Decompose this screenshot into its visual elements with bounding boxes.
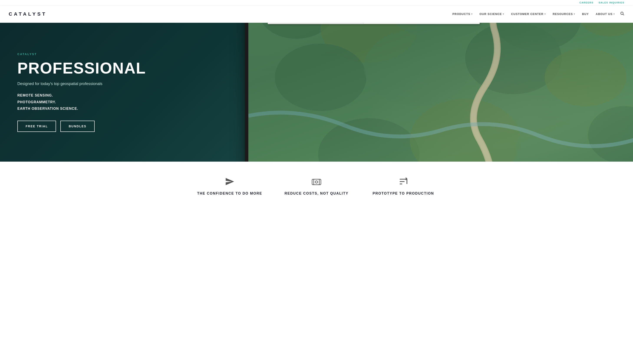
search-icon[interactable] bbox=[620, 11, 624, 17]
aerial-road-svg bbox=[248, 23, 633, 162]
nav-item-resources[interactable]: RESOURCES ▾ bbox=[553, 12, 575, 16]
hero-brand-label: CATALYST bbox=[17, 52, 146, 56]
bundles-button[interactable]: BUNDLES bbox=[60, 120, 95, 132]
feature-line-2: PHOTOGRAMMETRY. bbox=[17, 99, 146, 106]
hero-buttons: FREE TRIAL BUNDLES bbox=[17, 120, 146, 132]
hero-title: PROFESSIONAL bbox=[17, 60, 146, 76]
careers-link[interactable]: CAREERS bbox=[579, 1, 593, 4]
nav-item-about-us[interactable]: ABOUT US ▾ bbox=[596, 12, 615, 16]
chevron-down-icon: ▾ bbox=[471, 13, 473, 15]
feature-line-3: EARTH OBSERVATION SCIENCE. bbox=[17, 106, 146, 112]
svg-line-1 bbox=[623, 14, 624, 16]
nav-item-customer-center[interactable]: CUSTOMER CENTER ▾ bbox=[511, 12, 545, 16]
left-panel: Toolbox Segmentation Source Channels ...… bbox=[268, 23, 363, 24]
hero-subtitle: Designed for today's top geospatial prof… bbox=[17, 82, 146, 86]
nav-links: PRODUCTS ▾ OUR SCIENCE ▾ CUSTOMER CENTER… bbox=[452, 12, 615, 16]
feature-confidence: THE CONFIDENCE TO DO MORE bbox=[186, 177, 273, 196]
laptop-frame: ENVI Classification.gsh - Document1.Map … bbox=[245, 23, 633, 162]
hero-features: REMOTE SENSING. PHOTOGRAMMETRY. EARTH OB… bbox=[17, 92, 146, 112]
panel-section-toolbox: Toolbox Segmentation Source Channels ...… bbox=[268, 23, 363, 24]
svg-point-18 bbox=[315, 181, 318, 183]
feature-line-1: REMOTE SENSING. bbox=[17, 92, 146, 99]
logo[interactable]: CATALYST bbox=[9, 11, 47, 17]
screen-content: ENVI Classification.gsh - Document1.Map … bbox=[248, 23, 633, 162]
chevron-down-icon: ▾ bbox=[503, 13, 504, 15]
laptop-screen: ENVI Classification.gsh - Document1.Map … bbox=[248, 23, 633, 162]
utility-bar: CAREERS SALES INQUIRIES bbox=[0, 0, 633, 6]
hero-content: CATALYST PROFESSIONAL Designed for today… bbox=[0, 40, 163, 145]
svg-point-11 bbox=[545, 48, 626, 106]
sort-icon bbox=[369, 177, 438, 186]
sales-inquiries-link[interactable]: SALES INQUIRIES bbox=[599, 1, 624, 4]
dollar-icon bbox=[282, 177, 351, 186]
chevron-down-icon: ▾ bbox=[544, 13, 546, 15]
chevron-down-icon: ▾ bbox=[574, 13, 575, 15]
hero-laptop-image: ENVI Classification.gsh - Document1.Map … bbox=[245, 23, 633, 162]
svg-point-9 bbox=[364, 29, 470, 106]
feature-prototype-title: PROTOTYPE TO PRODUCTION bbox=[369, 192, 438, 196]
features-section: THE CONFIDENCE TO DO MORE REDUCE COSTS, … bbox=[0, 162, 633, 206]
main-navigation: CATALYST PRODUCTS ▾ OUR SCIENCE ▾ CUSTOM… bbox=[0, 6, 633, 23]
nav-item-products[interactable]: PRODUCTS ▾ bbox=[452, 12, 473, 16]
process-queue-panel: Process Queue ▶ ISODATA Segmentation - s… bbox=[363, 23, 479, 24]
feature-confidence-title: THE CONFIDENCE TO DO MORE bbox=[195, 192, 264, 196]
feature-costs: REDUCE COSTS, NOT QUALITY bbox=[273, 177, 360, 196]
svg-point-0 bbox=[621, 12, 623, 14]
svg-point-8 bbox=[275, 44, 366, 111]
dialog-main-content: Toolbox Segmentation Source Channels ...… bbox=[268, 23, 479, 24]
feature-costs-title: REDUCE COSTS, NOT QUALITY bbox=[282, 192, 351, 196]
send-icon bbox=[195, 177, 264, 186]
nav-item-buy[interactable]: BUY bbox=[582, 12, 589, 16]
chevron-down-icon: ▾ bbox=[613, 13, 615, 15]
free-trial-button[interactable]: FREE TRIAL bbox=[17, 120, 56, 132]
nav-item-our-science[interactable]: OUR SCIENCE ▾ bbox=[479, 12, 504, 16]
feature-prototype: PROTOTYPE TO PRODUCTION bbox=[360, 177, 447, 196]
hero-section: CATALYST PROFESSIONAL Designed for today… bbox=[0, 23, 633, 162]
software-dialog: ENVI Classification.gsh - Document1.Map … bbox=[268, 23, 480, 24]
